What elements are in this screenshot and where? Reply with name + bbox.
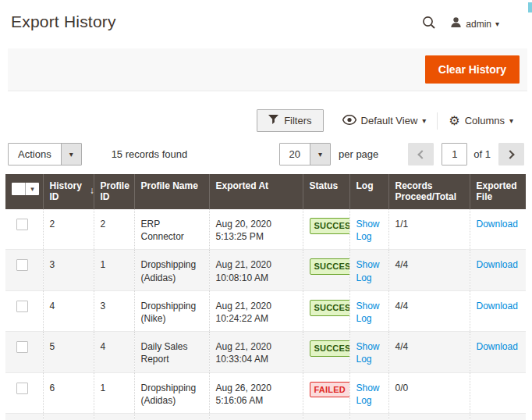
- columns-dropdown[interactable]: ⚙ Columns ▾: [438, 115, 524, 127]
- download-link[interactable]: Download: [477, 259, 518, 270]
- row-checkbox[interactable]: [16, 219, 28, 230]
- cell-profile-name: Dropshipping (Adidas): [134, 372, 209, 413]
- row-checkbox[interactable]: [16, 259, 28, 271]
- cell-status: FAILED: [303, 413, 349, 420]
- select-all-header: ▾: [5, 174, 43, 209]
- cell-file: Download: [470, 250, 526, 290]
- download-link[interactable]: Download: [477, 219, 518, 230]
- cell-exported-at: Aug 20, 2020 5:13:25 PM: [209, 209, 303, 250]
- filter-icon: [268, 115, 278, 126]
- cell-log: Show Log: [349, 372, 388, 413]
- cell-status: SUCCESS: [303, 250, 349, 290]
- status-badge: SUCCESS: [310, 258, 350, 275]
- checkbox-box: [12, 183, 26, 195]
- col-status[interactable]: Status: [303, 174, 349, 209]
- show-log-link[interactable]: Show Log: [356, 259, 380, 283]
- cell-records: 4/4: [388, 250, 470, 290]
- col-label: Records Proceed/Total: [395, 180, 456, 202]
- select-all-checkbox[interactable]: ▾: [12, 183, 39, 195]
- row-checkbox[interactable]: [16, 383, 28, 394]
- col-history-id[interactable]: History ID↓: [43, 174, 94, 209]
- default-view-label: Default View: [361, 115, 418, 126]
- cell-exported-at: Aug 21, 2020 10:08:10 AM: [209, 250, 303, 290]
- row-checkbox[interactable]: [16, 301, 28, 312]
- eye-icon: [342, 114, 356, 128]
- filters-button[interactable]: Filters: [257, 109, 323, 132]
- show-log-link[interactable]: Show Log: [356, 219, 380, 242]
- chevron-down-icon: ▾: [69, 151, 73, 158]
- prev-page-button[interactable]: [408, 143, 434, 166]
- col-log[interactable]: Log: [349, 174, 388, 209]
- cell-profile-name: Dropshipping (Adidas): [134, 413, 209, 420]
- cell-select: [5, 413, 43, 420]
- cell-status: FAILED: [303, 372, 349, 413]
- sort-desc-icon: ↓: [90, 185, 94, 202]
- per-page-select[interactable]: 20 ▾: [279, 143, 331, 166]
- chevron-down-icon: ▾: [495, 20, 499, 28]
- cell-exported-at: Aug 21, 2020 10:33:04 AM: [209, 332, 303, 372]
- col-profile-name[interactable]: Profile Name: [134, 174, 209, 209]
- status-badge: FAILED: [310, 382, 350, 398]
- col-exported-file[interactable]: Exported File: [470, 174, 526, 209]
- table-row: 3 1 Dropshipping (Adidas) Aug 21, 2020 1…: [5, 250, 526, 290]
- cell-history-id: 6: [43, 372, 94, 413]
- col-label: Profile ID: [101, 180, 129, 202]
- per-page-caret[interactable]: ▾: [310, 144, 330, 165]
- cell-records: 4/4: [388, 332, 470, 372]
- default-view-dropdown[interactable]: Default View ▾: [332, 114, 438, 128]
- actions-label: Actions: [9, 144, 61, 165]
- table-header-row: ▾ History ID↓ Profile ID Profile Name Ex…: [5, 174, 526, 209]
- filters-label: Filters: [284, 115, 311, 126]
- user-icon: [450, 16, 462, 31]
- chevron-left-icon: [418, 150, 427, 158]
- cell-history-id: 5: [43, 332, 94, 372]
- username-label: admin: [466, 19, 491, 30]
- cell-status: SUCCESS: [303, 290, 349, 331]
- admin-user-menu[interactable]: admin ▾: [450, 16, 499, 31]
- row-checkbox[interactable]: [16, 341, 28, 353]
- cell-file: [470, 413, 526, 420]
- cell-profile-name: Dropshipping (Nike): [134, 290, 209, 331]
- columns-label: Columns: [465, 115, 505, 126]
- cell-file: [470, 372, 526, 413]
- cell-profile-id: 3: [94, 290, 134, 331]
- page-total-label: of 1: [473, 148, 491, 160]
- next-page-button[interactable]: [498, 143, 524, 166]
- status-badge: SUCCESS: [310, 300, 350, 316]
- cell-profile-id: 1: [94, 250, 134, 290]
- cell-exported-at: Aug 26, 2020 5:16:06 AM: [209, 372, 303, 413]
- show-log-link[interactable]: Show Log: [356, 341, 380, 365]
- clear-history-button[interactable]: Clear History: [425, 55, 520, 84]
- table-row: 4 3 Dropshipping (Nike) Aug 21, 2020 10:…: [5, 290, 526, 331]
- cell-profile-id: 1: [94, 413, 134, 420]
- actions-dropdown[interactable]: Actions ▾: [8, 143, 82, 166]
- actions-caret[interactable]: ▾: [61, 144, 81, 165]
- per-page-value: 20: [280, 144, 310, 165]
- show-log-link[interactable]: Show Log: [356, 383, 380, 406]
- page-title: Export History: [11, 12, 116, 31]
- status-badge: SUCCESS: [310, 218, 350, 234]
- page-number-input[interactable]: [442, 143, 467, 166]
- notification-fragment: [528, 2, 532, 12]
- show-log-link[interactable]: Show Log: [356, 301, 380, 324]
- export-history-table: ▾ History ID↓ Profile ID Profile Name Ex…: [5, 174, 526, 420]
- search-icon: [422, 16, 436, 32]
- table-body: 2 2 ERP Connector Aug 20, 2020 5:13:25 P…: [5, 209, 526, 420]
- col-records[interactable]: Records Proceed/Total: [388, 174, 470, 209]
- cell-history-id: 2: [43, 209, 94, 250]
- download-link[interactable]: Download: [477, 341, 518, 352]
- col-profile-id[interactable]: Profile ID: [94, 174, 134, 209]
- search-button[interactable]: [422, 16, 436, 32]
- table-row: 7 1 Dropshipping (Adidas) Aug 26, 2020 5…: [5, 413, 526, 420]
- chevron-down-icon: ▾: [318, 151, 322, 158]
- col-label: Exported File: [477, 180, 517, 202]
- topbar-actions: admin ▾: [422, 16, 521, 32]
- cell-records: 0/0: [388, 372, 470, 413]
- download-link[interactable]: Download: [477, 301, 518, 311]
- col-label: Exported At: [216, 180, 269, 191]
- topbar: Export History admin ▾: [0, 0, 532, 48]
- table-row: 2 2 ERP Connector Aug 20, 2020 5:13:25 P…: [5, 209, 526, 250]
- cell-profile-id: 1: [94, 372, 134, 413]
- cell-log: Show Log: [349, 209, 388, 250]
- col-exported-at[interactable]: Exported At: [209, 174, 303, 209]
